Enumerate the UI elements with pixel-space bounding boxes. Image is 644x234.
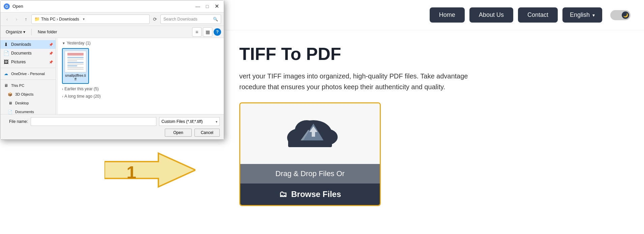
organize-button[interactable]: Organize ▾ [3, 29, 28, 35]
sidebar-label-pictures: Pictures [11, 60, 26, 64]
moon-icon: 🌙 [622, 11, 629, 19]
refresh-button[interactable]: ⟳ [151, 15, 159, 23]
website-content: TIFF To PDF vert your TIFF images into o… [219, 30, 644, 234]
google-chrome-icon: G [4, 3, 10, 9]
file-thumbnail [65, 51, 86, 72]
language-button[interactable]: English [562, 7, 602, 23]
dialog-title-text: Open [12, 4, 191, 9]
up-button[interactable]: ↑ [22, 15, 30, 23]
thumb-line-2 [67, 59, 84, 60]
back-button[interactable]: ‹ [3, 15, 11, 23]
cloud-area [240, 103, 380, 164]
long-ago-group-header[interactable]: › A long time ago (20) [59, 93, 222, 100]
sidebar-divider2 [0, 79, 56, 80]
dialog-sidebar: ⬇ Downloads 📌 📄 Documents 📌 🖼 Pictures 📌… [0, 38, 56, 114]
drop-zone[interactable]: Drag & Drop Files Or 🗂 Browse Files [239, 102, 381, 206]
new-folder-button[interactable]: New folder [35, 29, 60, 35]
file-type-dropdown[interactable]: Custom Files (*.tif;*.tiff) ▾ [159, 117, 220, 126]
svg-marker-9 [104, 153, 195, 187]
sidebar-item-documents[interactable]: 📄 Documents 📌 [0, 49, 56, 58]
filename-label: File name: [4, 119, 28, 124]
file-name-label: smallpdffree.tiff [65, 74, 86, 81]
address-path[interactable]: 📁 This PC › Downloads ▾ [31, 14, 150, 24]
thumb-line-7 [67, 67, 84, 68]
home-button[interactable]: Home [430, 7, 465, 23]
desktop-icon: 🖥 [7, 100, 13, 106]
view-toggle-button[interactable]: ≡ [192, 27, 202, 37]
contact-button[interactable]: Contact [518, 7, 558, 23]
search-input[interactable]: Search Downloads 🔍 [160, 14, 221, 24]
group-expand-icon2: › [62, 87, 63, 91]
thumb-line-1 [67, 57, 84, 58]
sidebar-label-documents2: Documents [15, 110, 34, 114]
browse-icon: 🗂 [279, 190, 287, 199]
thumb-line-3 [67, 60, 77, 61]
path-dropdown-button[interactable]: ▾ [81, 17, 87, 21]
dialog-bottom: File name: Custom Files (*.tif;*.tiff) ▾… [0, 114, 224, 139]
earlier-group-header[interactable]: › Earlier this year (5) [59, 85, 222, 93]
pin-icon-3: 📌 [49, 60, 53, 64]
arrow1-icon: 1 [104, 148, 195, 192]
pictures-icon: 🖼 [3, 59, 9, 65]
sidebar-item-3dobjects[interactable]: 📦 3D Objects [0, 90, 56, 99]
desc-line2: rocedure that ensures your photos keep t… [239, 83, 445, 91]
dialog-window-controls: — □ ✕ [194, 3, 220, 10]
close-button[interactable]: ✕ [213, 3, 220, 10]
sidebar-label-desktop: Desktop [15, 101, 29, 105]
sidebar-divider1 [0, 68, 56, 68]
filename-row: File name: Custom Files (*.tif;*.tiff) ▾ [4, 117, 220, 126]
sidebar-label-documents: Documents [11, 51, 32, 56]
or-text: Or [336, 169, 344, 178]
downloads-icon: ⬇ [3, 41, 9, 47]
sidebar-item-desktop[interactable]: 🖥 Desktop [0, 99, 56, 107]
sidebar-item-onedrive[interactable]: ☁ OneDrive - Personal [0, 69, 56, 78]
sidebar-item-pictures[interactable]: 🖼 Pictures 📌 [0, 58, 56, 66]
sidebar-item-thispc[interactable]: 🖥 This PC [0, 81, 56, 90]
minimize-button[interactable]: — [194, 3, 202, 10]
thumb-header-line [67, 53, 84, 56]
sidebar-label-thispc: This PC [11, 83, 24, 88]
cloud-icon [280, 113, 340, 154]
yesterday-group-header[interactable]: ▼ Yesterday (1) [59, 39, 222, 47]
sidebar-label-onedrive: OneDrive - Personal [11, 72, 45, 76]
search-icon: 🔍 [213, 17, 218, 22]
file-item-tiff[interactable]: smallpdffree.tiff [62, 48, 89, 84]
path-text: This PC › Downloads [41, 17, 79, 22]
thumb-content [66, 52, 85, 72]
thumb-line-8 [67, 69, 84, 70]
search-placeholder: Search Downloads [163, 17, 197, 22]
dialog-toolbar: Organize ▾ New folder ≡ ▦ ? [0, 26, 224, 38]
pin-icon-2: 📌 [49, 52, 53, 55]
sidebar-item-documents2[interactable]: 📄 Documents [0, 107, 56, 114]
long-ago-group-label: A long time ago (20) [64, 94, 100, 99]
dialog-addressbar: ‹ › ↑ 📁 This PC › Downloads ▾ ⟳ Search D… [0, 12, 224, 26]
open-button[interactable]: Open [165, 129, 191, 137]
onedrive-icon: ☁ [3, 71, 9, 77]
cancel-button[interactable]: Cancel [194, 129, 220, 137]
dialog-main: ⬇ Downloads 📌 📄 Documents 📌 🖼 Pictures 📌… [0, 38, 224, 114]
filename-input[interactable] [31, 117, 156, 126]
open-file-dialog: G Open — □ ✕ ‹ › ↑ 📁 This PC › Downloads… [0, 0, 224, 140]
desc-line1: vert your TIFF images into organized, hi… [239, 72, 468, 80]
svg-rect-8 [312, 132, 315, 137]
drag-drop-label: Drag & Drop Files [275, 169, 334, 178]
drag-drop-bar[interactable]: Drag & Drop Files Or [240, 164, 380, 183]
sidebar-item-downloads[interactable]: ⬇ Downloads 📌 [0, 40, 56, 49]
details-view-button[interactable]: ▦ [203, 27, 212, 37]
theme-toggle[interactable]: 🌙 [610, 10, 631, 20]
maximize-button[interactable]: □ [204, 3, 211, 10]
about-button[interactable]: About Us [469, 7, 513, 23]
svg-text:1: 1 [127, 163, 136, 182]
browse-bar[interactable]: 🗂 Browse Files [240, 183, 380, 205]
dialog-files-area[interactable]: ▼ Yesterday (1) [58, 38, 224, 114]
site-description: vert your TIFF images into organized, hi… [239, 71, 492, 92]
help-button[interactable]: ? [214, 28, 221, 36]
yesterday-group-label: Yesterday (1) [67, 41, 91, 45]
thumb-line-4 [67, 62, 84, 63]
yesterday-files-grid: smallpdffree.tiff [59, 47, 222, 85]
file-type-label: Custom Files (*.tif;*.tiff) [161, 119, 203, 124]
chrome-g: G [5, 4, 8, 8]
forward-button[interactable]: › [12, 15, 21, 23]
dialog-titlebar: G Open — □ ✕ [0, 0, 224, 12]
pin-icon: 📌 [49, 43, 53, 46]
